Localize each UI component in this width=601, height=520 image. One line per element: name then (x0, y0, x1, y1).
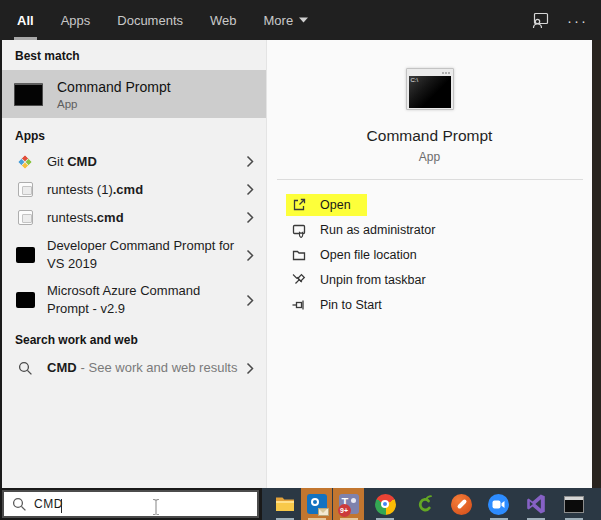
tab-documents[interactable]: Documents (117, 0, 183, 40)
taskbar-command-prompt-icon[interactable] (555, 488, 593, 520)
apps-header: Apps (2, 129, 266, 143)
search-results: Best match Command Prompt App Apps (0, 40, 601, 488)
taskbar-search-area (0, 488, 262, 520)
taskbar-file-explorer-icon[interactable] (269, 488, 301, 520)
action-label: Pin to Start (320, 298, 382, 312)
detail-panel: C:\ Command Prompt App Open (266, 40, 592, 488)
pin-icon (291, 297, 307, 313)
taskbar-outlook-icon[interactable] (301, 488, 333, 520)
results-panel: Best match Command Prompt App Apps (0, 40, 266, 488)
action-unpin-from-taskbar[interactable]: Unpin from taskbar (286, 267, 592, 292)
action-label: Open (320, 198, 351, 212)
detail-subtitle: App (419, 150, 440, 164)
detail-title: Command Prompt (367, 127, 493, 145)
chevron-right-icon[interactable] (246, 211, 254, 224)
chevron-right-icon[interactable] (246, 183, 254, 196)
search-flyout: All Apps Documents Web More (0, 0, 601, 520)
bottom-bar: T 9+ (0, 488, 601, 520)
taskbar-search-input[interactable] (34, 497, 184, 511)
taskbar-search-box[interactable] (2, 490, 259, 518)
chevron-right-icon[interactable] (246, 362, 254, 375)
terminal-icon (15, 292, 35, 308)
tab-more[interactable]: More (264, 0, 309, 40)
taskbar-teams-icon[interactable]: T 9+ (333, 488, 365, 520)
desktop-edge (592, 40, 601, 488)
result-text-match: .cmd (113, 182, 143, 197)
result-text-match: CMD (67, 154, 97, 169)
result-text: Git (47, 154, 67, 169)
best-match-title: Command Prompt (57, 79, 171, 95)
result-web-search[interactable]: CMD- See work and web results (2, 353, 266, 383)
cmd-file-icon (15, 210, 35, 225)
command-prompt-icon (14, 83, 43, 106)
result-text-match: .cmd (93, 210, 123, 225)
divider (277, 179, 583, 180)
topbar-actions: ··· (531, 0, 588, 40)
tab-more-label: More (264, 13, 294, 28)
action-label: Unpin from taskbar (320, 273, 426, 287)
web-search-term: CMD (47, 360, 77, 375)
admin-shield-icon (291, 222, 307, 238)
terminal-screen-text: C:\ (409, 76, 451, 108)
best-match-result[interactable]: Command Prompt App (2, 70, 266, 118)
tab-apps-label: Apps (61, 13, 91, 28)
taskbar: T 9+ (262, 488, 601, 520)
tab-documents-label: Documents (117, 13, 183, 28)
git-icon (15, 154, 35, 170)
cmd-file-icon (15, 182, 35, 197)
best-match-header: Best match (2, 40, 266, 63)
taskbar-zoom-icon[interactable] (480, 488, 517, 520)
result-text: runtests (47, 210, 93, 225)
tab-all-label: All (17, 13, 34, 28)
result-azure-command-prompt[interactable]: Microsoft Azure Command Prompt - v2.9 (2, 279, 266, 321)
folder-icon (291, 247, 307, 263)
search-icon (12, 497, 27, 512)
result-text: Microsoft Azure Command Prompt - v2.9 (47, 283, 200, 316)
result-git-cmd[interactable]: Git CMD (2, 148, 266, 175)
taskbar-visual-studio-icon[interactable] (517, 488, 555, 520)
text-caret (61, 499, 62, 513)
unpin-icon (291, 272, 307, 288)
action-label: Run as administrator (320, 223, 435, 237)
taskbar-chrome-icon[interactable] (365, 488, 405, 520)
filter-tabs: All Apps Documents Web More (17, 0, 335, 40)
action-run-as-administrator[interactable]: Run as administrator (286, 217, 592, 242)
tab-web-label: Web (210, 13, 237, 28)
result-runtests-1-cmd[interactable]: runtests (1).cmd (2, 176, 266, 203)
taskbar-green-c-app-icon[interactable] (405, 488, 443, 520)
chevron-right-icon[interactable] (246, 294, 254, 307)
result-runtests-cmd[interactable]: runtests.cmd (2, 204, 266, 231)
best-match-subtitle: App (57, 98, 171, 110)
action-open[interactable]: Open (286, 192, 592, 217)
chevron-down-icon (299, 17, 308, 23)
terminal-icon (15, 247, 35, 263)
action-pin-to-start[interactable]: Pin to Start (286, 292, 592, 317)
action-list: Open Run as administrator (267, 192, 592, 317)
ibeam-cursor (152, 498, 160, 516)
tab-web[interactable]: Web (210, 0, 237, 40)
chevron-right-icon[interactable] (246, 249, 254, 262)
taskbar-orange-circle-app-icon[interactable] (443, 488, 480, 520)
web-search-header: Search work and web (2, 333, 266, 347)
chevron-right-icon[interactable] (246, 155, 254, 168)
feedback-icon[interactable] (531, 12, 550, 29)
open-icon (291, 197, 307, 213)
web-search-hint: - See work and web results (81, 360, 238, 375)
command-prompt-large-icon: C:\ (406, 68, 454, 110)
result-text: runtests (1) (47, 182, 113, 197)
search-filter-bar: All Apps Documents Web More (0, 0, 601, 40)
action-open-file-location[interactable]: Open file location (286, 242, 592, 267)
tab-apps[interactable]: Apps (61, 0, 91, 40)
teams-notification-badge: 9+ (338, 504, 351, 517)
tab-all[interactable]: All (17, 0, 34, 40)
action-label: Open file location (320, 248, 417, 262)
search-icon (15, 361, 35, 376)
result-text: Developer Command Prompt for VS 2019 (47, 238, 234, 271)
more-options-icon[interactable]: ··· (567, 13, 588, 28)
result-developer-command-prompt[interactable]: Developer Command Prompt for VS 2019 (2, 234, 266, 276)
